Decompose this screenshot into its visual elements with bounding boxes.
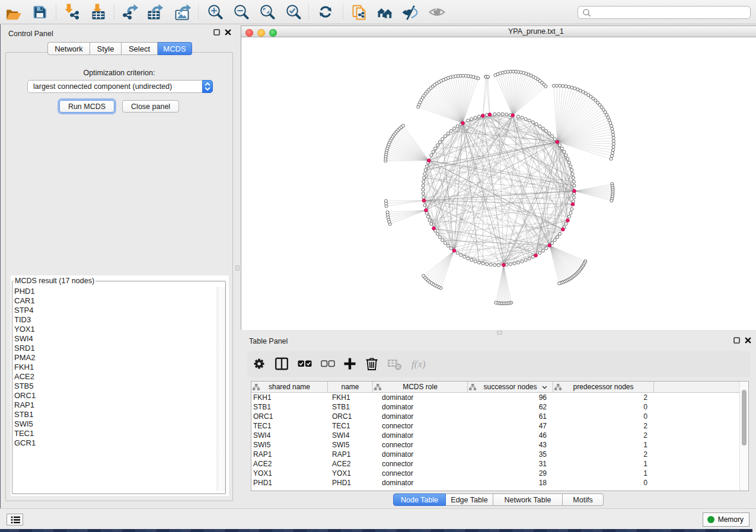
window-minimize-icon[interactable]: [257, 29, 265, 37]
table-row[interactable]: STB1STB1dominator620: [251, 402, 748, 412]
mcds-result-item[interactable]: PMA2: [12, 353, 225, 363]
window-close-icon[interactable]: [245, 29, 253, 37]
vertical-splitter[interactable]: [234, 24, 241, 508]
mcds-result-item[interactable]: ORC1: [12, 391, 225, 400]
delete-table-icon[interactable]: [387, 356, 402, 371]
cell-shared-name: SWI5: [251, 440, 328, 450]
table-row[interactable]: PHD1PHD1dominator180: [251, 478, 748, 488]
mcds-result-item[interactable]: CAR1: [12, 296, 225, 306]
first-neighbors-icon[interactable]: [377, 4, 393, 21]
horizontal-splitter-grip[interactable]: [497, 331, 502, 335]
horizontal-splitter[interactable]: [241, 330, 756, 335]
deselect-all-icon[interactable]: [320, 356, 336, 371]
zoom-fit-icon[interactable]: [259, 4, 275, 21]
control-panel-close-icon[interactable]: [225, 29, 231, 36]
tab-mcds[interactable]: MCDS: [158, 42, 192, 55]
create-column-icon[interactable]: [342, 356, 358, 371]
column-header-successor-nodes[interactable]: successor nodes: [468, 382, 553, 392]
task-history-button[interactable]: [7, 514, 23, 525]
table-row[interactable]: FKH1FKH1dominator962: [251, 393, 748, 402]
mcds-result-item[interactable]: SRD1: [12, 344, 225, 353]
table-row[interactable]: ACE2ACE2connector311: [251, 459, 748, 469]
clone-network-icon[interactable]: [351, 4, 368, 21]
mcds-result-item[interactable]: SWI4: [12, 334, 225, 344]
fit-columns-icon[interactable]: [274, 356, 289, 371]
table-row[interactable]: YOX1YOX1connector291: [251, 469, 748, 478]
table-row[interactable]: ORC1ORC1dominator610: [251, 412, 748, 421]
memory-label: Memory: [718, 515, 744, 524]
zoom-selected-icon[interactable]: [285, 4, 301, 21]
window-zoom-icon[interactable]: [269, 29, 277, 37]
cell-MCDS-role: connector: [373, 421, 468, 431]
select-all-icon[interactable]: [297, 356, 312, 371]
mcds-result-item[interactable]: ACE2: [12, 372, 225, 382]
cell-shared-name: ACE2: [251, 459, 328, 469]
mcds-result-item[interactable]: STB5: [12, 382, 225, 391]
network-canvas[interactable]: [241, 37, 756, 330]
mcds-result-item[interactable]: STP4: [12, 306, 225, 315]
tab-network[interactable]: Network: [47, 42, 90, 55]
mcds-result-item[interactable]: SWI5: [12, 419, 225, 429]
zoom-in-icon[interactable]: [206, 4, 223, 21]
import-table-icon[interactable]: [90, 4, 106, 21]
tab-style[interactable]: Style: [90, 42, 122, 55]
refresh-icon[interactable]: [317, 4, 334, 21]
column-header-name[interactable]: name: [328, 382, 373, 392]
memory-button[interactable]: Memory: [703, 512, 749, 527]
tab-motifs[interactable]: Motifs: [563, 493, 604, 506]
table-scrollbar-thumb[interactable]: [742, 390, 747, 446]
column-header-predecessor-nodes[interactable]: predecessor nodes: [553, 382, 654, 392]
vertical-splitter-grip[interactable]: [235, 265, 240, 271]
cell-successor-nodes: 31: [468, 459, 553, 469]
table-scrollbar[interactable]: [739, 382, 748, 491]
mcds-result-item[interactable]: YOX1: [12, 325, 225, 334]
mcds-result-item[interactable]: PHD1: [12, 287, 225, 296]
show-all-icon[interactable]: [429, 4, 445, 21]
mcds-result-item[interactable]: TEC1: [12, 429, 225, 438]
open-file-icon[interactable]: [5, 4, 22, 21]
cell-successor-nodes: 35: [468, 450, 553, 459]
cell-shared-name: STB1: [251, 402, 328, 412]
search-input[interactable]: [578, 6, 751, 19]
hide-selected-icon[interactable]: [402, 4, 419, 21]
toolbar-separator: [308, 4, 309, 20]
mcds-result-item[interactable]: STB1: [12, 410, 225, 419]
table-row[interactable]: RAP1RAP1dominator352: [251, 450, 748, 459]
mcds-result-list[interactable]: PHD1CAR1STP4TID3YOX1SWI4SRD1PMA2FKH1ACE2…: [12, 287, 225, 493]
result-list-scrollbar[interactable]: [216, 287, 225, 491]
run-mcds-button[interactable]: Run MCDS: [59, 100, 114, 113]
save-session-icon[interactable]: [31, 4, 48, 21]
control-panel-float-icon[interactable]: [213, 29, 220, 36]
export-image-icon[interactable]: [174, 4, 191, 21]
node-table-body: FKH1FKH1dominator962STB1STB1dominator620…: [251, 393, 748, 488]
zoom-out-icon[interactable]: [232, 4, 249, 21]
import-network-icon[interactable]: [64, 4, 81, 21]
mcds-result-item[interactable]: RAP1: [12, 400, 225, 410]
table-panel-title: Table Panel: [249, 337, 288, 345]
tab-network-table[interactable]: Network Table: [493, 493, 563, 506]
export-table-icon[interactable]: [146, 4, 163, 21]
column-header-MCDS-role[interactable]: MCDS role: [373, 382, 468, 392]
tab-select[interactable]: Select: [122, 42, 158, 55]
delete-column-icon[interactable]: [364, 356, 379, 371]
column-settings-icon[interactable]: [251, 356, 267, 371]
column-header-shared-name[interactable]: shared name: [251, 382, 328, 392]
export-network-icon[interactable]: [122, 4, 138, 21]
table-panel-float-icon[interactable]: [733, 337, 740, 344]
toolbar-separator: [114, 4, 114, 20]
table-row[interactable]: SWI4SWI4dominator462: [251, 431, 748, 440]
function-builder-icon[interactable]: f(x): [410, 356, 425, 371]
mcds-result-item[interactable]: FKH1: [12, 363, 225, 372]
network-window-titlebar[interactable]: YPA_prune.txt_1: [241, 26, 756, 37]
tab-node-table[interactable]: Node Table: [393, 493, 446, 506]
table-row[interactable]: SWI5SWI5connector431: [251, 440, 748, 450]
table-row[interactable]: TEC1TEC1connector472: [251, 421, 748, 431]
table-panel-close-icon[interactable]: [745, 337, 751, 344]
mcds-result-item[interactable]: GCR1: [12, 438, 225, 448]
table-toolbar: f(x): [247, 351, 751, 377]
tab-edge-table[interactable]: Edge Table: [446, 493, 493, 506]
mcds-result-item[interactable]: TID3: [12, 315, 225, 325]
close-panel-button[interactable]: Close panel: [122, 100, 179, 113]
criterion-select[interactable]: largest connected component (undirected): [27, 80, 213, 93]
window-left-edge: [0, 24, 1, 529]
